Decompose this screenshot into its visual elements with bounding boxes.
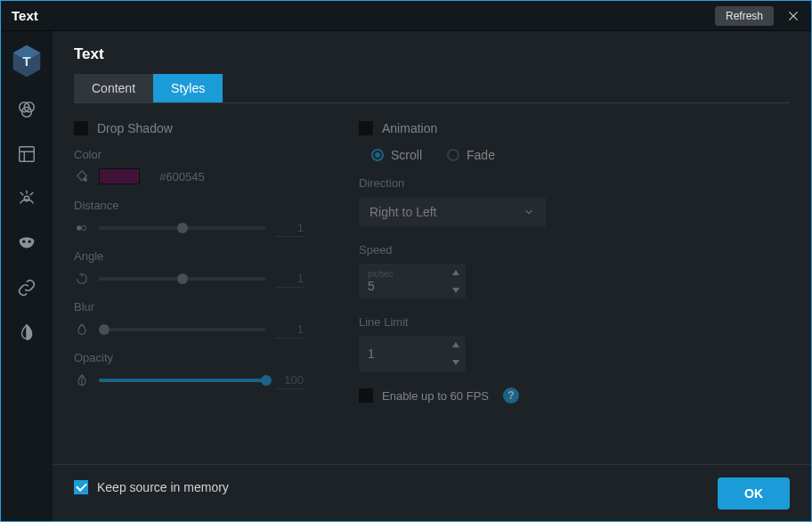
source-type-icon: T: [12, 44, 42, 77]
svg-marker-22: [452, 360, 459, 365]
tab-row: Content Styles: [74, 74, 790, 103]
linelimit-step-down[interactable]: [446, 354, 466, 371]
fade-radio-label: Fade: [467, 148, 495, 162]
keep-in-memory-label: Keep source in memory: [97, 480, 229, 494]
distance-icon: [74, 220, 90, 236]
linelimit-value: 1: [368, 347, 437, 362]
speed-unit: px/sec: [368, 270, 437, 279]
distance-label: Distance: [74, 199, 305, 212]
angle-icon: [74, 271, 90, 287]
opacity-label: Opacity: [74, 351, 305, 364]
speed-label: Speed: [359, 243, 662, 257]
direction-dropdown[interactable]: Right to Left: [359, 197, 546, 227]
blur-input[interactable]: [275, 321, 305, 338]
tab-content[interactable]: Content: [74, 74, 153, 102]
animation-group: Animation Scroll Fade Direction Right to…: [359, 121, 662, 464]
chevron-down-icon: [523, 206, 535, 218]
fps-checkbox[interactable]: Enable up to 60 FPS ?: [359, 387, 662, 404]
color-label: Color: [74, 148, 305, 161]
svg-text:T: T: [22, 53, 31, 69]
paint-bucket-icon: [74, 168, 90, 184]
direction-value: Right to Left: [369, 205, 437, 219]
content-panel: Text Content Styles Drop Shadow Color: [53, 31, 811, 521]
angle-label: Angle: [74, 249, 305, 263]
filters-icon[interactable]: [12, 95, 41, 124]
svg-marker-19: [452, 270, 459, 275]
svg-point-17: [77, 225, 81, 230]
fps-label: Enable up to 60 FPS: [382, 389, 489, 403]
effects-icon[interactable]: [12, 184, 41, 213]
blur-icon: [74, 322, 90, 338]
svg-point-16: [28, 241, 31, 243]
opacity-slider[interactable]: [99, 379, 266, 382]
color-hex-value: #600545: [159, 170, 205, 184]
drop-shadow-checkbox[interactable]: Drop Shadow: [74, 121, 305, 135]
blur-label: Blur: [74, 300, 305, 314]
speed-step-up[interactable]: [446, 264, 466, 281]
footer: Keep source in memory OK: [53, 464, 811, 521]
tab-styles[interactable]: Styles: [153, 74, 223, 102]
linelimit-label: Line Limit: [359, 315, 662, 329]
panel-title: Text: [74, 45, 790, 63]
svg-rect-8: [20, 147, 35, 162]
keep-in-memory-checkbox[interactable]: Keep source in memory: [74, 480, 229, 494]
svg-marker-21: [452, 342, 459, 347]
angle-input[interactable]: [275, 270, 305, 288]
drop-shadow-label: Drop Shadow: [97, 121, 173, 135]
drop-shadow-group: Drop Shadow Color #600545 Distance: [74, 121, 305, 464]
distance-input[interactable]: [275, 219, 305, 237]
direction-label: Direction: [359, 176, 662, 190]
svg-point-15: [22, 241, 25, 243]
iconbar: T: [1, 31, 53, 521]
animation-checkbox[interactable]: Animation: [359, 121, 662, 135]
opacity-icon: [74, 372, 90, 388]
help-icon[interactable]: ?: [503, 387, 519, 404]
svg-point-11: [24, 196, 29, 201]
linelimit-stepper[interactable]: 1: [359, 336, 466, 371]
angle-slider[interactable]: [99, 277, 266, 281]
window-title: Text: [12, 8, 715, 23]
distance-slider[interactable]: [99, 226, 266, 230]
speed-step-down[interactable]: [446, 281, 466, 299]
link-icon[interactable]: [12, 273, 41, 302]
refresh-button[interactable]: Refresh: [715, 6, 774, 26]
fade-radio[interactable]: Fade: [447, 148, 495, 162]
animation-label: Animation: [382, 121, 437, 135]
svg-marker-20: [452, 288, 459, 293]
linelimit-step-up[interactable]: [446, 336, 466, 354]
blur-slider[interactable]: [99, 328, 266, 331]
scroll-radio[interactable]: Scroll: [371, 148, 422, 162]
titlebar: Text Refresh: [1, 1, 811, 31]
close-icon[interactable]: [783, 5, 804, 27]
svg-point-18: [81, 225, 85, 230]
svg-line-12: [20, 192, 24, 196]
opacity-input[interactable]: [275, 371, 305, 389]
ok-button[interactable]: OK: [718, 477, 790, 510]
contrast-icon[interactable]: [12, 318, 41, 347]
color-swatch[interactable]: [99, 168, 140, 184]
layout-icon[interactable]: [12, 140, 41, 168]
speed-value: 5: [368, 279, 437, 294]
mask-icon[interactable]: [12, 229, 41, 257]
svg-line-13: [30, 192, 34, 196]
speed-stepper[interactable]: px/sec 5: [359, 264, 466, 299]
scroll-radio-label: Scroll: [391, 148, 422, 162]
